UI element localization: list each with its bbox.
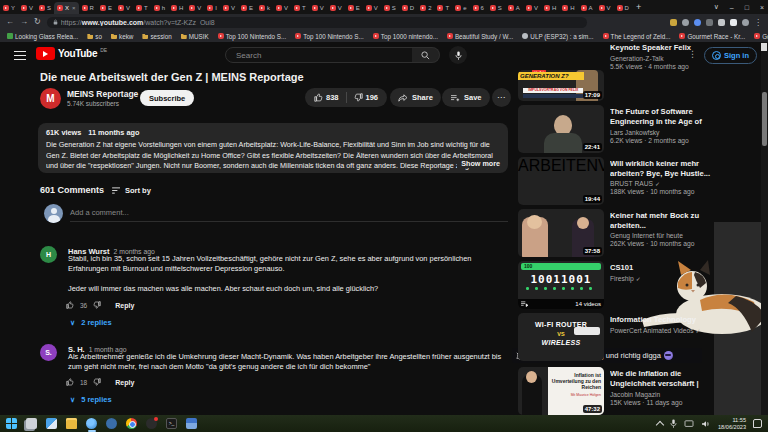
chrome-button[interactable] xyxy=(126,418,137,429)
bookmark-item[interactable]: Gourmet Race - Su... xyxy=(754,33,768,40)
browser-tab[interactable]: T xyxy=(133,2,151,14)
related-video-title[interactable]: Wie die Inflation die Ungleichheit versc… xyxy=(610,369,713,389)
search-input[interactable] xyxy=(234,50,398,61)
related-video-title[interactable]: CS101 xyxy=(610,263,713,273)
browser-tab[interactable]: V xyxy=(18,2,36,14)
scrollbar-up-arrow[interactable] xyxy=(761,43,767,51)
browser-menu-icon[interactable]: ⋮ xyxy=(754,18,762,27)
voice-search-button[interactable] xyxy=(449,46,467,64)
app-button-2[interactable] xyxy=(186,418,197,429)
tray-microphone-icon[interactable] xyxy=(670,419,677,428)
search-button[interactable] xyxy=(412,47,440,63)
commenter-avatar[interactable]: H xyxy=(40,246,57,263)
browser-tab[interactable]: S xyxy=(487,2,505,14)
side-panel-icon[interactable] xyxy=(730,19,737,26)
browser-tab[interactable]: T xyxy=(434,2,452,14)
browser-tab[interactable]: V xyxy=(523,2,541,14)
guide-menu-icon[interactable] xyxy=(14,51,26,60)
widgets-button[interactable] xyxy=(46,418,57,429)
tray-volume-icon[interactable] xyxy=(701,420,711,428)
tray-display-icon[interactable] xyxy=(684,420,694,428)
browser-tab[interactable]: E xyxy=(97,2,115,14)
browser-tab[interactable]: V xyxy=(186,2,204,14)
show-more-button[interactable]: Show more xyxy=(457,159,500,168)
channel-name[interactable]: MEINS Reportage xyxy=(67,89,138,99)
share-button[interactable]: Share xyxy=(390,88,441,107)
browser-tab[interactable]: X× xyxy=(54,2,79,14)
sort-by-button[interactable]: Sort by xyxy=(112,186,151,195)
related-video-title[interactable]: Keiner hat mehr Bock zu arbeiten... xyxy=(610,211,713,230)
video-thumbnail[interactable]: WI-FI ROUTERVSWIRELESS xyxy=(518,313,604,361)
search-box[interactable] xyxy=(225,47,413,63)
forward-button[interactable]: → xyxy=(20,18,28,26)
video-thumbnail[interactable]: ARBEITENVSLEBEN19:44 xyxy=(518,157,604,205)
comment-like-icon[interactable] xyxy=(66,378,74,386)
dislike-button[interactable]: 196 xyxy=(347,88,386,107)
tab-search-chevron-icon[interactable]: ∨ xyxy=(714,3,719,11)
back-button[interactable]: ← xyxy=(6,18,14,26)
new-tab-button[interactable]: + xyxy=(636,2,641,12)
reload-button[interactable]: ↻ xyxy=(34,18,41,26)
browser-tab[interactable]: A xyxy=(578,2,596,14)
minimize-button[interactable]: – xyxy=(730,4,734,11)
bookmark-item[interactable]: Top 1000 nintendo... xyxy=(373,33,438,40)
channel-avatar[interactable]: M xyxy=(40,88,61,109)
youtube-logo[interactable]: YouTube DE xyxy=(36,47,107,60)
browser-tab[interactable]: S xyxy=(36,2,54,14)
video-thumbnail[interactable]: 37:58 xyxy=(518,209,604,257)
related-video-title[interactable]: The Future of Software Engineering in th… xyxy=(610,107,713,127)
bookmark-item[interactable]: ULP (ESP32) : a sim... xyxy=(522,33,593,40)
extension-icon-2[interactable] xyxy=(682,19,689,26)
replies-toggle[interactable]: ∨5 replies xyxy=(70,395,112,404)
related-video-title[interactable]: Information Technology xyxy=(610,315,713,325)
add-comment-input[interactable]: Add a comment... xyxy=(70,208,129,217)
task-view-button[interactable] xyxy=(26,418,37,429)
address-bar[interactable]: https://www.youtube.com/watch?v=tZ-KZz_O… xyxy=(47,17,587,28)
browser-tab[interactable]: E xyxy=(345,2,363,14)
bookmark-item[interactable]: The Legend of Zeld... xyxy=(603,33,671,40)
bookmark-item[interactable]: Beautiful Study / W... xyxy=(447,33,513,40)
replies-toggle[interactable]: ∨2 replies xyxy=(70,318,112,327)
browser-tab[interactable]: A xyxy=(505,2,523,14)
browser-tab[interactable]: I xyxy=(204,2,220,14)
extension-icon-4[interactable] xyxy=(706,19,713,26)
reply-button[interactable]: Reply xyxy=(115,302,134,309)
app-with-notification-button[interactable] xyxy=(146,418,157,429)
like-button[interactable]: 838 xyxy=(307,88,346,107)
browser-tab[interactable]: 2 xyxy=(417,2,434,14)
active-browser-button[interactable] xyxy=(86,418,97,429)
browser-tab[interactable]: V xyxy=(115,2,133,14)
browser-tab[interactable]: V xyxy=(363,2,381,14)
browser-tab[interactable]: E xyxy=(238,2,256,14)
browser-tab[interactable]: H xyxy=(559,2,577,14)
save-button[interactable]: Save xyxy=(442,88,490,107)
scrollbar-thumb[interactable] xyxy=(762,92,767,146)
file-explorer-button[interactable] xyxy=(66,418,77,429)
close-button[interactable]: × xyxy=(760,4,764,11)
app-button-1[interactable] xyxy=(106,418,117,429)
bookmark-item[interactable]: so xyxy=(87,33,102,40)
tab-close-icon[interactable]: × xyxy=(72,5,76,11)
video-thumbnail[interactable]: 1001001100114 videos xyxy=(518,261,604,309)
comment-dislike-icon[interactable] xyxy=(93,301,101,309)
tray-expand-icon[interactable] xyxy=(656,420,664,428)
related-video-title[interactable]: Keynote Speaker Felix Behm... xyxy=(610,43,713,53)
extension-icon-1[interactable] xyxy=(670,19,677,26)
browser-tab[interactable]: R xyxy=(79,2,97,14)
taskbar-clock[interactable]: 11:55 18/06/2023 xyxy=(718,417,746,430)
browser-tab[interactable]: h xyxy=(151,2,168,14)
bookmark-item[interactable]: Top 100 Nintendo S... xyxy=(295,33,364,40)
browser-tab[interactable]: H xyxy=(168,2,186,14)
profile-icon[interactable] xyxy=(742,19,749,26)
video-thumbnail[interactable]: ticktGENERATION Z?IMPULSVORTRAG VON FELI… xyxy=(518,70,604,101)
more-actions-button[interactable]: ⋯ xyxy=(492,88,511,107)
browser-tab[interactable]: e xyxy=(452,2,469,14)
browser-tab[interactable]: T xyxy=(291,2,309,14)
bookmark-item[interactable]: Gourmet Race - Kr... xyxy=(679,33,745,40)
terminal-button[interactable]: >_ xyxy=(166,418,177,429)
comment-like-icon[interactable] xyxy=(66,301,74,309)
bookmark-item[interactable]: session xyxy=(142,33,171,40)
bookmark-item[interactable]: Top 100 Nintendo S... xyxy=(218,33,287,40)
browser-tab[interactable]: V xyxy=(596,2,614,14)
bookmark-item[interactable]: MUSIK xyxy=(181,33,209,40)
